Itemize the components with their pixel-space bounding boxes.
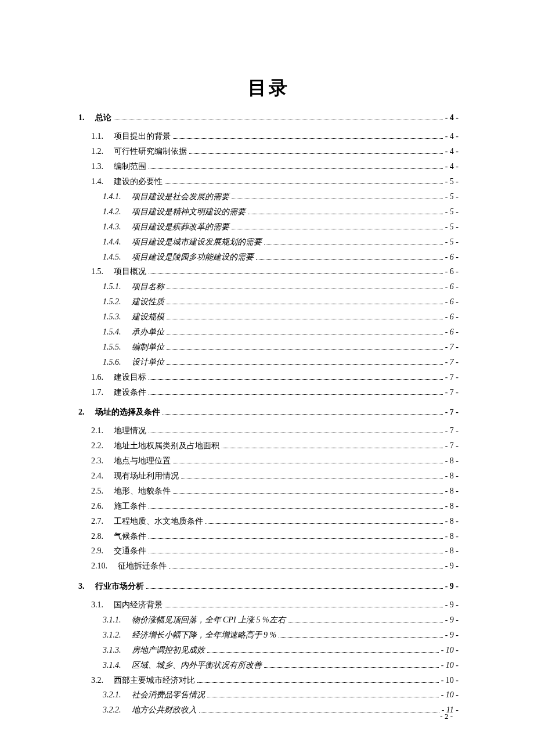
- toc-entry-title: 建设规模: [132, 311, 164, 323]
- toc-entry-number: 1.4.4.: [103, 236, 121, 249]
- toc-entry-page: - 8 -: [445, 455, 459, 467]
- toc-entry-number: 1.4.2.: [103, 206, 121, 218]
- toc-leader-dots: [167, 289, 443, 289]
- toc-entry-number: 2.5.: [91, 485, 103, 498]
- toc-leader-dots: [264, 244, 443, 244]
- toc-entry: 2.5.地形、地貌条件- 8 -: [78, 485, 459, 498]
- toc-entry-page: - 8 -: [445, 515, 459, 528]
- toc-entry-title: 行业市场分析: [95, 580, 144, 593]
- page-title: 目录: [78, 75, 459, 101]
- toc-entry-number: 3.1.3.: [103, 644, 121, 657]
- toc-entry-page: - 8 -: [445, 470, 459, 483]
- toc-entry-number: 2.2.: [91, 440, 103, 452]
- toc-entry-number: 1.5.2.: [103, 296, 121, 308]
- toc-entry-title: 现有场址利用情况: [114, 470, 179, 483]
- toc-entry-title: 区域、城乡、内外平衡状况有所改善: [132, 659, 262, 672]
- toc-entry-number: 1.5.3.: [103, 311, 121, 323]
- toc-leader-dots: [149, 538, 443, 539]
- toc-entry-number: 2.8.: [91, 530, 103, 543]
- toc-entry-page: - 6 -: [445, 265, 459, 278]
- toc-leader-dots: [149, 379, 443, 380]
- toc-entry-title: 编制单位: [132, 341, 164, 354]
- toc-entry-title: 地形、地貌条件: [114, 485, 171, 498]
- toc-entry-number: 3.1.2.: [103, 629, 121, 642]
- toc-entry-title: 经济增长小幅下降，全年增速略高于 9 %: [132, 629, 277, 642]
- toc-leader-dots: [114, 120, 443, 120]
- toc-leader-dots: [248, 214, 443, 214]
- toc-entry: 1.4.2.项目建设是精神文明建设的需要- 5 -: [78, 206, 459, 218]
- toc-leader-dots: [205, 523, 443, 524]
- toc-entry: 1.4.建设的必要性- 5 -: [78, 175, 459, 188]
- toc-leader-dots: [199, 712, 439, 712]
- toc-leader-dots: [149, 273, 443, 274]
- toc-entry-page: - 7 -: [445, 341, 459, 354]
- toc-entry: 2.场址的选择及条件- 7 -: [78, 406, 459, 419]
- toc-entry-title: 施工条件: [114, 500, 146, 513]
- toc-entry: 2.2.地址土地权属类别及占地面积- 7 -: [78, 440, 459, 452]
- toc-leader-dots: [173, 493, 443, 494]
- toc-entry: 3.2.西部主要城市经济对比- 10 -: [78, 674, 459, 687]
- toc-leader-dots: [149, 553, 443, 553]
- toc-entry: 1.1.项目提出的背景- 4 -: [78, 130, 459, 143]
- toc-entry-number: 2.1.: [91, 424, 103, 437]
- toc-entry-title: 承办单位: [132, 326, 164, 339]
- toc-entry-page: - 8 -: [445, 500, 459, 513]
- toc-entry-number: 3.: [78, 580, 85, 593]
- toc-entry: 1.4.3.项目建设是殡葬改革的需要- 5 -: [78, 221, 459, 233]
- toc-entry-title: 建设目标: [114, 371, 146, 384]
- toc-entry-page: - 10 -: [441, 659, 459, 672]
- toc-entry-number: 1.5.1.: [103, 280, 121, 293]
- toc-leader-dots: [165, 607, 443, 607]
- toc-entry: 1.5.4.承办单位- 6 -: [78, 326, 459, 339]
- toc-entry-number: 2.4.: [91, 470, 103, 483]
- toc-entry-page: - 8 -: [445, 530, 459, 543]
- toc-leader-dots: [149, 168, 443, 169]
- toc-entry-title: 地理情况: [114, 424, 146, 437]
- toc-entry-number: 1.4.5.: [103, 251, 121, 264]
- toc-leader-dots: [149, 394, 443, 395]
- toc-entry-title: 建设条件: [114, 386, 146, 399]
- toc-entry-title: 地方公共财政收入: [132, 704, 197, 717]
- toc-entry-page: - 6 -: [445, 311, 459, 323]
- toc-leader-dots: [165, 183, 443, 184]
- toc-entry-number: 1.6.: [91, 371, 103, 384]
- toc-leader-dots: [163, 414, 443, 415]
- toc-entry-number: 2.: [78, 406, 85, 419]
- toc-entry: 3.2.2.地方公共财政收入- 11 -: [78, 704, 459, 717]
- toc-leader-dots: [207, 652, 439, 653]
- toc-entry-title: 地址土地权属类别及占地面积: [114, 440, 219, 452]
- toc-entry: 1.总论- 4 -: [78, 111, 459, 124]
- toc-entry-page: - 7 -: [445, 386, 459, 399]
- toc-entry-number: 1.3.: [91, 160, 103, 173]
- toc-entry-page: - 9 -: [445, 580, 459, 593]
- toc-leader-dots: [167, 319, 443, 319]
- toc-leader-dots: [149, 508, 443, 509]
- toc-entry-page: - 9 -: [445, 560, 459, 573]
- toc-entry: 2.3.地点与地理位置- 8 -: [78, 455, 459, 467]
- toc-leader-dots: [181, 478, 443, 478]
- toc-leader-dots: [256, 259, 443, 260]
- toc-leader-dots: [173, 138, 443, 139]
- toc-entry-page: - 4 -: [445, 145, 459, 158]
- toc-entry-page: - 6 -: [445, 326, 459, 339]
- toc-entry: 1.5.6.设计单位- 7 -: [78, 356, 459, 369]
- toc-entry-title: 国内经济背景: [114, 599, 163, 611]
- toc-entry: 3.1.2.经济增长小幅下降，全年增速略高于 9 %- 9 -: [78, 629, 459, 642]
- toc-entry-number: 3.2.: [91, 674, 103, 687]
- toc-entry-number: 2.7.: [91, 515, 103, 528]
- toc-entry-title: 项目提出的背景: [114, 130, 171, 143]
- toc-leader-dots: [197, 682, 439, 683]
- toc-entry: 1.5.2.建设性质- 6 -: [78, 296, 459, 308]
- toc-entry-title: 项目建设是社会发展的需要: [132, 190, 229, 203]
- toc-entry-title: 社会消费品零售情况: [132, 689, 205, 701]
- toc-entry: 3.1.3.房地产调控初见成效- 10 -: [78, 644, 459, 657]
- toc-entry-page: - 7 -: [445, 406, 459, 419]
- toc-entry-page: - 10 -: [441, 674, 459, 687]
- toc-entry-number: 3.1.4.: [103, 659, 121, 672]
- toc-entry-page: - 8 -: [445, 485, 459, 498]
- toc-entry-title: 房地产调控初见成效: [132, 644, 205, 657]
- toc-entry-number: 2.6.: [91, 500, 103, 513]
- toc-entry-number: 3.1.1.: [103, 614, 121, 627]
- toc-entry: 1.5.3.建设规模- 6 -: [78, 311, 459, 323]
- toc-entry-page: - 4 -: [445, 160, 459, 173]
